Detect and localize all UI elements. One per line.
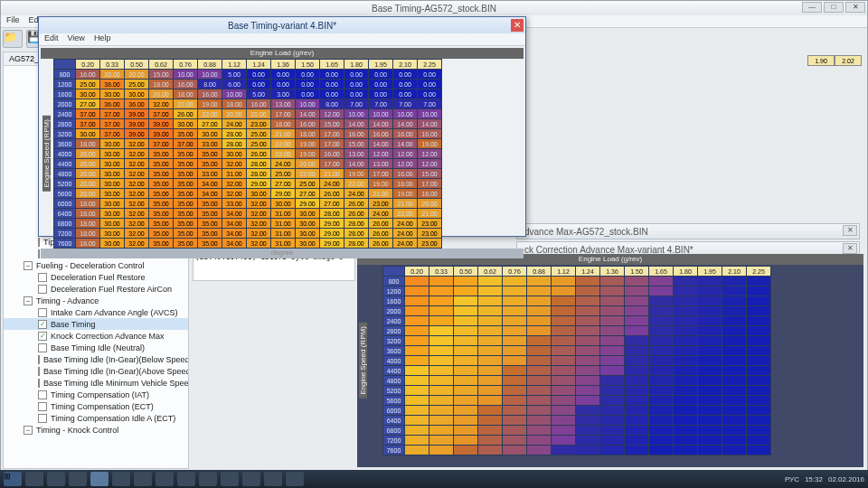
map2-table: 0.200.330.500.620.760.881.121.241.361.50…	[357, 266, 863, 455]
tree-row[interactable]: −Timing - Knock Control	[4, 424, 188, 436]
tree-checkbox[interactable]	[38, 273, 47, 282]
tree-row[interactable]: Knock Correction Advance Max	[4, 330, 188, 342]
task-icon[interactable]	[47, 472, 65, 486]
tree-checkbox[interactable]	[38, 308, 47, 317]
tree-checkbox[interactable]	[38, 285, 47, 294]
tree-toggle[interactable]: −	[24, 426, 33, 435]
tree-row[interactable]: −Timing - Advance	[4, 295, 188, 306]
task-icon[interactable]	[134, 472, 152, 486]
tree-row[interactable]: Base Timing Idle (In-Gear)(Above Speed T…	[4, 365, 188, 377]
map-container: Engine Load (g/rev) Engine Speed (RPM) 0…	[39, 46, 525, 260]
timing-heatmap[interactable]: 0.200.330.500.620.760.881.121.241.361.50…	[53, 59, 442, 249]
tray-lang[interactable]: РУС	[785, 475, 799, 483]
tree-item-label[interactable]: Timing Compensation (IAT)	[51, 390, 149, 399]
tree-item-label[interactable]: Timing Compensation (ECT)	[51, 402, 154, 411]
menu-view[interactable]: View	[68, 33, 85, 45]
system-tray: РУС 15:32 02.02.2016	[785, 475, 864, 483]
tree-item-label[interactable]: Base Timing Idle (In-Gear)(Above Speed T…	[43, 367, 188, 376]
stock-header-fragment: 1.902.02	[807, 55, 862, 66]
tree-checkbox[interactable]	[38, 332, 47, 341]
menu-file[interactable]: File	[6, 15, 20, 27]
tree-checkbox[interactable]	[38, 414, 47, 423]
task-icon[interactable]	[25, 472, 43, 486]
tree-item-label[interactable]: Fueling - Deceleration Control	[36, 261, 145, 270]
z-axis-label: degree	[41, 249, 524, 258]
close-icon[interactable]: ✕	[843, 243, 857, 254]
task-icon[interactable]	[112, 472, 130, 486]
close-button[interactable]: ✕	[845, 2, 865, 13]
header-cell: 2.02	[835, 55, 862, 66]
knock-map-panel: Engine Load (g/rev) 0.200.330.500.620.76…	[357, 254, 863, 467]
child-close-button[interactable]: ✕	[511, 19, 524, 32]
tree-checkbox[interactable]	[38, 390, 47, 399]
tree-row[interactable]: Timing Compensation Idle A (ECT)	[4, 412, 188, 424]
tree-row[interactable]: Base Timing Idle Minimum Vehicle Speed E…	[4, 377, 188, 389]
tree-item-label[interactable]: Base Timing Idle (Neutral)	[51, 343, 145, 352]
start-button[interactable]: ⊞	[4, 472, 22, 486]
bg-win-b-title: ck Correction Advance Max-variant 4.BIN*	[524, 245, 693, 255]
tray-date[interactable]: 02.02.2016	[828, 475, 864, 483]
task-icon[interactable]	[221, 472, 239, 486]
tree-item-label[interactable]: Timing Compensation Idle A (ECT)	[51, 414, 175, 423]
task-icon[interactable]	[286, 472, 304, 486]
menu-help[interactable]: Help	[94, 33, 111, 45]
taskbar: ⊞ РУС 15:32 02.02.2016	[0, 470, 868, 488]
tree-row[interactable]: Base Timing Idle (In-Gear)(Below Speed T…	[4, 353, 188, 365]
tree-row[interactable]: Timing Compensation (IAT)	[4, 389, 188, 400]
tree-row[interactable]: Timing Compensation (ECT)	[4, 400, 188, 412]
task-icon[interactable]	[242, 472, 260, 486]
tree-item-label[interactable]: Timing - Knock Control	[36, 426, 118, 435]
task-icon[interactable]	[264, 472, 282, 486]
tree-item-label[interactable]: Base Timing Idle Minimum Vehicle Speed E…	[43, 379, 188, 388]
tree-row[interactable]: Base Timing Idle (Neutral)	[4, 342, 188, 353]
minimize-button[interactable]: —	[802, 2, 822, 13]
child-menubar: EditViewHelp	[39, 33, 525, 46]
tree-item-label[interactable]: Knock Correction Advance Max	[51, 332, 165, 341]
main-title-text: Base Timing-AG572_stock.BIN	[372, 4, 496, 14]
bg-window-a: dvance Max-AG572_stock.BIN✕	[516, 223, 860, 239]
tree-checkbox[interactable]	[38, 367, 40, 376]
task-icon[interactable]	[177, 472, 195, 486]
child-title-text: Base Timing-variant 4.BIN*	[228, 21, 336, 31]
tree-row[interactable]: Deceleration Fuel Restore AirCon	[4, 283, 188, 295]
tree-checkbox[interactable]	[38, 343, 47, 352]
task-icon[interactable]	[156, 472, 174, 486]
tree-toggle[interactable]: −	[24, 261, 33, 270]
base-timing-window[interactable]: Base Timing-variant 4.BIN* ✕ EditViewHel…	[38, 16, 526, 237]
tree-item-label[interactable]: Intake Cam Advance Angle (AVCS)	[51, 308, 177, 317]
tree-row[interactable]: Intake Cam Advance Angle (AVCS)	[4, 306, 188, 318]
header-cell: 1.90	[807, 55, 835, 66]
tree-item-label[interactable]: Base Timing Idle (In-Gear)(Below Speed T…	[43, 355, 188, 364]
task-icon[interactable]	[199, 472, 217, 486]
tree-item-label[interactable]: Deceleration Fuel Restore	[51, 273, 146, 282]
tree-row[interactable]: −Fueling - Deceleration Control	[4, 259, 188, 271]
task-icon[interactable]	[69, 472, 87, 486]
y-axis-label: Engine Speed (RPM)	[42, 116, 51, 192]
tray-time[interactable]: 15:32	[805, 475, 823, 483]
tree-item-label[interactable]: Base Timing	[51, 320, 96, 329]
bg-win-a-title: dvance Max-AG572_stock.BIN	[524, 227, 648, 237]
tree-row[interactable]: Deceleration Fuel Restore	[4, 271, 188, 283]
child-titlebar[interactable]: Base Timing-variant 4.BIN* ✕	[39, 17, 525, 33]
x-axis-label: Engine Load (g/rev)	[41, 48, 524, 59]
open-icon[interactable]	[3, 30, 23, 48]
tree-checkbox[interactable]	[38, 355, 40, 364]
close-icon[interactable]: ✕	[843, 225, 857, 236]
main-titlebar: Base Timing-AG572_stock.BIN — □ ✕	[1, 1, 867, 15]
tree-toggle[interactable]: −	[24, 296, 33, 305]
tree-checkbox[interactable]	[38, 320, 47, 329]
task-icon[interactable]	[90, 472, 108, 486]
tree-item-label[interactable]: Timing - Advance	[36, 296, 99, 305]
tree-item-label[interactable]: Deceleration Fuel Restore AirCon	[51, 285, 172, 294]
maximize-button[interactable]: □	[824, 2, 844, 13]
tree-checkbox[interactable]	[38, 379, 40, 388]
tree-row[interactable]: Base Timing	[4, 318, 188, 330]
tree-checkbox[interactable]	[38, 402, 47, 411]
menu-edit[interactable]: Edit	[44, 33, 59, 45]
